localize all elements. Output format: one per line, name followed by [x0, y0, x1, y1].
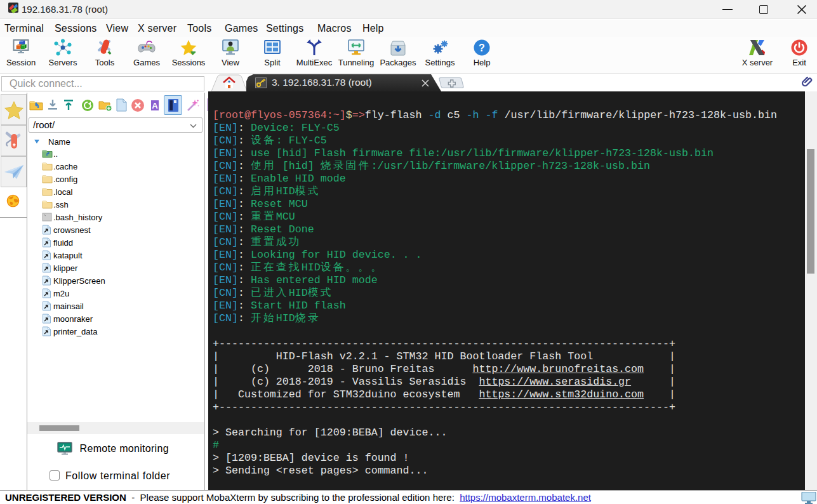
svg-text:A: A — [152, 101, 158, 110]
svg-text:?: ? — [479, 43, 485, 53]
